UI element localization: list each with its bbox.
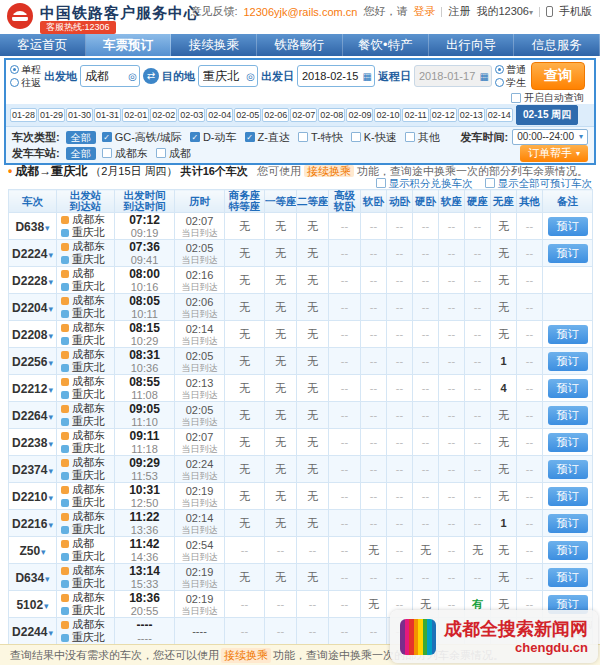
train-type-all-tag[interactable]: 全部 [66, 131, 96, 144]
date-option[interactable]: 01-31 [94, 108, 121, 122]
book-button[interactable]: 预订 [548, 352, 588, 371]
train-type-checkbox[interactable]: ✓GC-高铁/城际 [102, 130, 182, 145]
book-button[interactable]: 预订 [548, 568, 588, 587]
date-option[interactable]: 02-05 [234, 108, 261, 122]
date-option[interactable]: 01-30 [66, 108, 93, 122]
nav-item[interactable]: 接续换乘 [171, 34, 257, 56]
train-detail-caret-icon[interactable]: ▾ [48, 439, 53, 449]
depart-time-select[interactable]: 00:00--24:00▾ [512, 129, 588, 145]
passenger-type-radio[interactable]: 学生 [495, 77, 526, 89]
train-detail-caret-icon[interactable]: ▾ [45, 574, 50, 584]
date-option[interactable]: 02-03 [178, 108, 205, 122]
book-button[interactable]: 预订 [548, 487, 588, 506]
date-option[interactable]: 01-29 [38, 108, 65, 122]
train-detail-caret-icon[interactable]: ▾ [48, 331, 53, 341]
auto-query-label[interactable]: 开启自动查询 [524, 91, 584, 105]
radio-icon[interactable] [495, 78, 504, 87]
date-option[interactable]: 02-06 [262, 108, 289, 122]
train-detail-caret-icon[interactable]: ▾ [44, 601, 49, 611]
book-button[interactable]: 预订 [548, 325, 588, 344]
book-button[interactable]: 预订 [548, 514, 588, 533]
nav-item[interactable]: 信息服务 [514, 34, 600, 56]
trip-type-radio[interactable]: 往返 [10, 77, 41, 89]
query-button[interactable]: 查询 [531, 62, 585, 90]
train-detail-caret-icon[interactable]: ▾ [48, 628, 53, 638]
date-option-selected[interactable]: 02-15 周四 [516, 105, 578, 125]
radio-icon[interactable] [10, 78, 19, 87]
date-option[interactable]: 02-09 [346, 108, 373, 122]
train-type-checkbox[interactable]: ✓D-动车 [190, 130, 237, 145]
feedback-email-link[interactable]: 12306yjk@rails.com.cn [244, 6, 358, 18]
my-account-link[interactable]: 我的12306▾ [476, 4, 533, 19]
register-link[interactable]: 注册 [448, 4, 470, 19]
mobile-version-link[interactable]: 手机版 [559, 4, 592, 19]
checkbox-icon[interactable] [102, 148, 112, 158]
date-option[interactable]: 02-10 [374, 108, 401, 122]
book-button[interactable]: 预订 [548, 406, 588, 425]
date-option[interactable]: 02-14 [486, 108, 513, 122]
checkbox-icon[interactable] [405, 132, 415, 142]
date-option[interactable]: 02-02 [150, 108, 177, 122]
train-type-checkbox[interactable]: 其他 [405, 130, 440, 145]
date-option[interactable]: 02-07 [290, 108, 317, 122]
station-all-tag[interactable]: 全部 [66, 147, 96, 160]
train-type-checkbox[interactable]: K-快速 [351, 130, 397, 145]
date-option[interactable]: 02-11 [402, 108, 428, 122]
checkbox-icon[interactable]: ✓ [102, 132, 112, 142]
transfer-link[interactable]: 接续换乘 [221, 648, 271, 663]
checkbox-icon[interactable] [298, 132, 308, 142]
date-option[interactable]: 02-04 [206, 108, 233, 122]
station-checkbox[interactable]: 成都东 [102, 146, 148, 161]
swap-stations-icon[interactable]: ⇄ [143, 68, 159, 84]
train-type-checkbox[interactable]: T-特快 [298, 130, 343, 145]
train-detail-caret-icon[interactable]: ▾ [48, 466, 53, 476]
book-button[interactable]: 预订 [548, 217, 588, 236]
calendar-icon[interactable]: ▦ [480, 71, 489, 82]
checkbox-icon[interactable] [511, 93, 521, 103]
checkbox-icon[interactable]: ✓ [245, 132, 255, 142]
passenger-type-radio[interactable]: 普通 [495, 64, 526, 76]
nav-item[interactable]: 出行向导 [429, 34, 515, 56]
nav-item[interactable]: 客运首页 [0, 34, 86, 56]
train-detail-caret-icon[interactable]: ▾ [41, 547, 46, 557]
city-picker-icon[interactable]: ◎ [246, 71, 255, 82]
book-button[interactable]: 预订 [548, 433, 588, 452]
radio-icon[interactable] [10, 65, 19, 74]
show-points-toggle[interactable]: 显示积分兑换车次 [376, 177, 473, 189]
radio-icon[interactable] [495, 65, 504, 74]
book-button[interactable]: 预订 [548, 244, 588, 263]
date-option[interactable]: 02-01 [122, 108, 149, 122]
book-button[interactable]: 预订 [548, 541, 588, 560]
train-detail-caret-icon[interactable]: ▾ [48, 385, 53, 395]
nav-item[interactable]: 车票预订 [86, 34, 172, 56]
train-detail-caret-icon[interactable]: ▾ [48, 412, 53, 422]
checkbox-icon[interactable] [376, 178, 386, 188]
city-picker-icon[interactable]: ◎ [128, 71, 137, 82]
book-button[interactable]: 预订 [548, 460, 588, 479]
train-type-checkbox[interactable]: ✓Z-直达 [245, 130, 290, 145]
date-option[interactable]: 02-13 [458, 108, 485, 122]
nav-item[interactable]: 铁路畅行 [257, 34, 343, 56]
date-option[interactable]: 02-08 [318, 108, 345, 122]
train-detail-caret-icon[interactable]: ▾ [48, 277, 53, 287]
train-detail-caret-icon[interactable]: ▾ [45, 223, 50, 233]
date-option[interactable]: 02-12 [430, 108, 457, 122]
nav-item[interactable]: 餐饮•特产 [343, 34, 429, 56]
train-detail-caret-icon[interactable]: ▾ [48, 493, 53, 503]
trip-type-radio[interactable]: 单程 [10, 64, 41, 76]
checkbox-icon[interactable] [485, 178, 495, 188]
checkbox-icon[interactable] [351, 132, 361, 142]
date-option[interactable]: 01-28 [10, 108, 37, 122]
train-detail-caret-icon[interactable]: ▾ [48, 304, 53, 314]
book-button[interactable]: 预订 [548, 379, 588, 398]
checkbox-icon[interactable]: ✓ [190, 132, 200, 142]
checkbox-icon[interactable] [156, 148, 166, 158]
calendar-icon[interactable]: ▦ [363, 71, 372, 82]
train-detail-caret-icon[interactable]: ▾ [48, 520, 53, 530]
train-detail-caret-icon[interactable]: ▾ [48, 250, 53, 260]
train-detail-caret-icon[interactable]: ▾ [48, 358, 53, 368]
login-link[interactable]: 登录 [413, 4, 435, 19]
transfer-link[interactable]: 接续换乘 [304, 165, 354, 177]
order-helper-button[interactable]: 订单帮手▾ [520, 145, 588, 162]
show-all-bookable-toggle[interactable]: 显示全部可预订车次 [485, 177, 593, 189]
